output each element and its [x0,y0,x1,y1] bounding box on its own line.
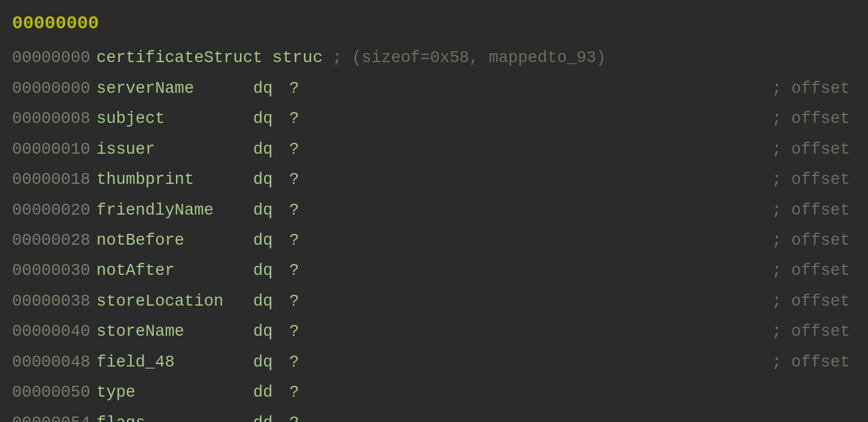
field-type: dd [253,379,289,406]
field-comment: ; offset [772,197,856,224]
field-comment: ; offset [772,288,856,315]
field-line: 00000048field_48dq?; offset [0,347,868,377]
field-value: ? [289,409,326,422]
field-comment: ; offset [772,105,856,133]
field-name: type [96,379,253,406]
field-line: 00000030notAfterdq?; offset [0,256,868,286]
field-addr: 00000010 [12,136,96,163]
field-value: ? [289,105,326,133]
field-name: issuer [96,136,253,163]
field-name: subject [96,105,253,133]
field-value: ? [289,348,326,376]
field-type: dq [253,318,289,345]
field-value: ? [289,227,326,254]
field-name: thumbprint [96,166,253,194]
field-comment: ; offset [772,166,856,194]
field-type: dq [253,136,289,163]
field-type: dq [253,197,289,224]
field-type: dq [253,75,289,102]
struct-decl-addr: 00000000 [12,44,96,72]
field-addr: 00000008 [12,105,96,133]
field-value: ? [289,166,326,194]
field-type: dq [253,227,289,254]
field-name: flags [96,409,253,422]
field-addr: 00000040 [12,318,96,345]
field-type: dd [253,409,289,422]
field-value: ? [289,318,326,345]
field-name: storeName [96,318,253,345]
field-comment: ; offset [772,136,856,163]
field-line: 00000008subjectdq?; offset [0,104,868,134]
field-addr: 00000018 [12,166,96,194]
struct-decl-comment: ; (sizeof=0x58, mappedto_93) [332,44,606,72]
field-name: notAfter [96,257,253,285]
struct-decl-keyword: struc [272,43,322,72]
field-comment: ; offset [772,257,856,285]
field-name: storeLocation [96,288,253,315]
field-type: dq [253,166,289,194]
field-addr: 00000000 [12,75,96,102]
field-line: 00000010issuerdq?; offset [0,134,868,165]
field-comment: ; offset [772,227,856,254]
field-line: 00000040storeNamedq?; offset [0,316,868,347]
field-addr: 00000054 [12,409,96,422]
header-address: 00000000 [12,13,99,34]
header-address-line: 00000000 [0,6,868,42]
fields-container: 00000000serverNamedq?; offset00000008sub… [0,74,868,422]
field-name: serverName [96,75,253,102]
struct-decl-name: certificateStruct [96,44,262,72]
field-name: field_48 [96,348,253,376]
field-name: friendlyName [96,197,253,224]
field-addr: 00000048 [12,348,96,376]
field-name: notBefore [96,227,253,254]
field-addr: 00000020 [12,197,96,224]
field-line: 00000050typedd? [0,377,868,408]
field-type: dq [253,348,289,376]
field-line: 00000018thumbprintdq?; offset [0,165,868,195]
field-type: dq [253,288,289,315]
field-value: ? [289,197,326,224]
field-comment: ; offset [772,348,856,376]
field-value: ? [289,136,326,163]
field-comment: ; offset [772,75,856,102]
field-value: ? [289,75,326,102]
field-line: 00000038storeLocationdq?; offset [0,286,868,316]
field-line: 00000028notBeforedq?; offset [0,225,868,256]
field-value: ? [289,257,326,285]
field-line: 00000020friendlyNamedq?; offset [0,195,868,225]
field-addr: 00000038 [12,288,96,315]
field-addr: 00000030 [12,257,96,285]
field-line: 00000000serverNamedq?; offset [0,74,868,104]
field-value: ? [289,379,326,406]
field-addr: 00000028 [12,227,96,254]
struct-decl-line: 00000000 certificateStruct struc ; (size… [0,42,868,74]
field-type: dq [253,105,289,133]
field-addr: 00000050 [12,379,96,406]
code-view: 00000000 00000000 certificateStruct stru… [0,0,868,422]
field-line: 00000054flagsdd? [0,408,868,422]
field-type: dq [253,257,289,285]
field-comment: ; offset [772,318,856,345]
field-value: ? [289,288,326,315]
